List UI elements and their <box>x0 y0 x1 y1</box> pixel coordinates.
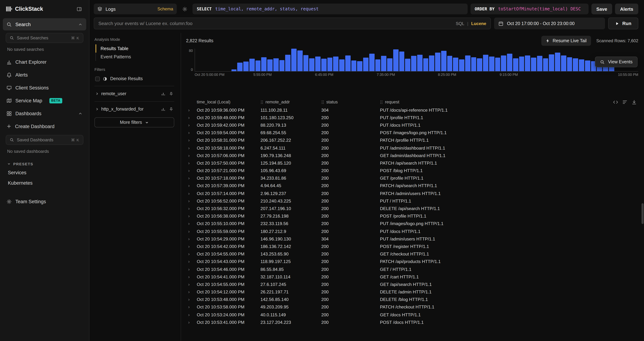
table-row[interactable]: ›Oct 20 10:53:48.000 PM142.56.85.140200D… <box>186 296 638 303</box>
row-expand-chevron-icon[interactable]: › <box>186 167 195 174</box>
row-expand-chevron-icon[interactable]: › <box>186 311 195 318</box>
row-expand-chevron-icon[interactable]: › <box>186 182 195 190</box>
row-expand-chevron-icon[interactable]: › <box>186 288 195 296</box>
row-expand-chevron-icon[interactable]: › <box>186 144 195 152</box>
row-expand-chevron-icon[interactable]: › <box>186 258 195 266</box>
chart-bar[interactable] <box>333 56 339 71</box>
scrollbar-thumb[interactable] <box>642 203 644 224</box>
chart-bar[interactable] <box>267 60 273 71</box>
chart-bar[interactable] <box>519 56 524 71</box>
chart-bar[interactable] <box>345 56 350 71</box>
table-row[interactable]: ›Oct 20 10:57:18.000 PM34.233.81.86200GE… <box>186 174 638 182</box>
table-row[interactable]: ›Oct 20 10:54:55.000 PM143.253.65.90200G… <box>186 250 638 258</box>
column-header-status[interactable]: status <box>320 98 378 106</box>
sql-mode-toggle[interactable]: SQL <box>456 21 464 26</box>
row-expand-chevron-icon[interactable]: › <box>186 197 195 205</box>
row-expand-chevron-icon[interactable]: › <box>186 266 195 273</box>
chart-bar[interactable] <box>279 60 284 71</box>
chart-bar[interactable] <box>315 56 320 71</box>
drag-grip-icon[interactable] <box>321 100 324 104</box>
chart-bar[interactable] <box>447 56 452 71</box>
column-header-request[interactable]: request <box>378 98 638 106</box>
save-button[interactable]: Save <box>592 4 612 14</box>
filter-field-remote-user[interactable]: remote_user <box>94 89 174 98</box>
sidebar-item-create-dashboard[interactable]: Create Dashboard <box>3 120 86 132</box>
chart-bar[interactable] <box>231 69 237 71</box>
chart-bar[interactable] <box>261 57 267 71</box>
sidebar-item-team-settings[interactable]: Team Settings <box>3 195 86 208</box>
mode-event-patterns[interactable]: Event Patterns <box>96 52 174 61</box>
chart-bar[interactable] <box>351 60 356 71</box>
table-row[interactable]: ›Oct 20 10:57:14.000 PM2.96.129.237200PA… <box>186 190 638 197</box>
chart-bar[interactable] <box>375 60 380 71</box>
download-icon[interactable] <box>632 99 637 105</box>
chart-bar[interactable] <box>393 49 398 71</box>
source-settings-button[interactable] <box>180 4 190 14</box>
table-row[interactable]: ›Oct 20 10:58:18.000 PM6.247.54.111200PU… <box>186 144 638 152</box>
chart-bar[interactable] <box>513 58 518 71</box>
table-row[interactable]: ›Oct 20 10:54:12.000 PM26.221.197.71200D… <box>186 288 638 296</box>
row-expand-chevron-icon[interactable]: › <box>186 152 195 159</box>
table-row[interactable]: ›Oct 20 10:55:10.000 PM232.33.119.56200P… <box>186 220 638 228</box>
chart-bar[interactable] <box>471 57 476 71</box>
more-filters-button[interactable]: More filters <box>94 117 174 128</box>
chart-bar[interactable] <box>291 49 296 71</box>
run-button[interactable]: Run <box>608 18 638 29</box>
table-row[interactable]: ›Oct 20 10:57:21.000 PM105.96.43.69200PO… <box>186 167 638 174</box>
table-row[interactable]: ›Oct 20 10:54:42.000 PM186.136.72.142200… <box>186 243 638 250</box>
chart-bar[interactable] <box>243 62 249 71</box>
chart-bar[interactable] <box>549 54 554 72</box>
table-row[interactable]: ›Oct 20 10:58:31.000 PM206.167.252.22200… <box>186 137 638 144</box>
pin-icon[interactable] <box>169 107 174 112</box>
row-expand-chevron-icon[interactable]: › <box>186 160 195 167</box>
chart-bar[interactable] <box>507 54 512 71</box>
chart-bar[interactable] <box>585 60 590 71</box>
chart-bar[interactable] <box>399 52 404 71</box>
chart-bar[interactable] <box>459 60 464 71</box>
row-expand-chevron-icon[interactable]: › <box>186 220 195 228</box>
chart-bar[interactable] <box>363 58 368 71</box>
date-range-picker[interactable]: Oct 20 17:00:00 - Oct 20 23:00:00 <box>494 18 605 29</box>
sidebar-item-alerts[interactable]: Alerts <box>3 69 86 81</box>
chart-bar[interactable] <box>537 56 542 71</box>
drag-grip-icon[interactable] <box>380 100 383 104</box>
chart-bar[interactable] <box>483 55 488 71</box>
table-row[interactable]: ›Oct 20 10:59:36.000 PM111.100.28.11304P… <box>186 106 638 114</box>
chart-bar[interactable] <box>543 58 548 71</box>
table-row[interactable]: ›Oct 20 10:54:43.000 PM118.99.197.125200… <box>186 258 638 266</box>
row-expand-chevron-icon[interactable]: › <box>186 212 195 220</box>
chart-bar[interactable] <box>327 58 332 71</box>
select-clause-input[interactable]: SELECT time_local, remote_addr, status, … <box>192 4 468 14</box>
chart-bar[interactable] <box>297 50 303 71</box>
chart-bar[interactable] <box>573 58 578 71</box>
row-density-icon[interactable] <box>622 99 628 105</box>
chart-bar[interactable] <box>435 52 440 71</box>
table-row[interactable]: ›Oct 20 10:54:29.000 PM146.96.190.130304… <box>186 235 638 242</box>
table-row[interactable]: ›Oct 20 10:57:06.000 PM190.79.136.248200… <box>186 152 638 159</box>
sidebar-item-chart-explorer[interactable]: Chart Explorer <box>3 56 86 68</box>
row-expand-chevron-icon[interactable]: › <box>186 174 195 182</box>
row-expand-chevron-icon[interactable]: › <box>186 129 195 136</box>
row-expand-chevron-icon[interactable]: › <box>186 304 195 311</box>
mini-chart-icon[interactable] <box>161 92 166 96</box>
schema-link[interactable]: Schema <box>158 6 173 12</box>
row-expand-chevron-icon[interactable]: › <box>186 273 195 280</box>
table-row[interactable]: ›Oct 20 10:57:39.000 PM4.94.64.45200PATC… <box>186 182 638 190</box>
chart-bar[interactable] <box>555 52 560 71</box>
chart-bar[interactable] <box>531 58 536 71</box>
column-header-time-local[interactable]: time_local (Local) <box>195 98 259 106</box>
sidebar-collapse-button[interactable] <box>74 4 84 14</box>
row-expand-chevron-icon[interactable]: › <box>186 296 195 303</box>
chart-bar[interactable] <box>405 59 410 71</box>
chart-bar[interactable] <box>309 58 315 71</box>
row-expand-chevron-icon[interactable]: › <box>186 250 195 258</box>
saved-dashboards-input[interactable]: Saved Dashboards ⌘ K <box>6 135 83 145</box>
chart-bar[interactable] <box>465 56 470 71</box>
table-row[interactable]: ›Oct 20 10:59:49.000 PM101.180.123.25020… <box>186 114 638 121</box>
row-expand-chevron-icon[interactable]: › <box>186 137 195 144</box>
chart-bar[interactable] <box>273 58 279 71</box>
table-row[interactable]: ›Oct 20 10:57:50.000 PM125.194.85.120200… <box>186 160 638 167</box>
preset-item-kubernetes[interactable]: Kubernetes <box>0 178 89 188</box>
chart-bar[interactable] <box>339 60 344 71</box>
presets-section-toggle[interactable]: PRESETS <box>0 158 89 168</box>
